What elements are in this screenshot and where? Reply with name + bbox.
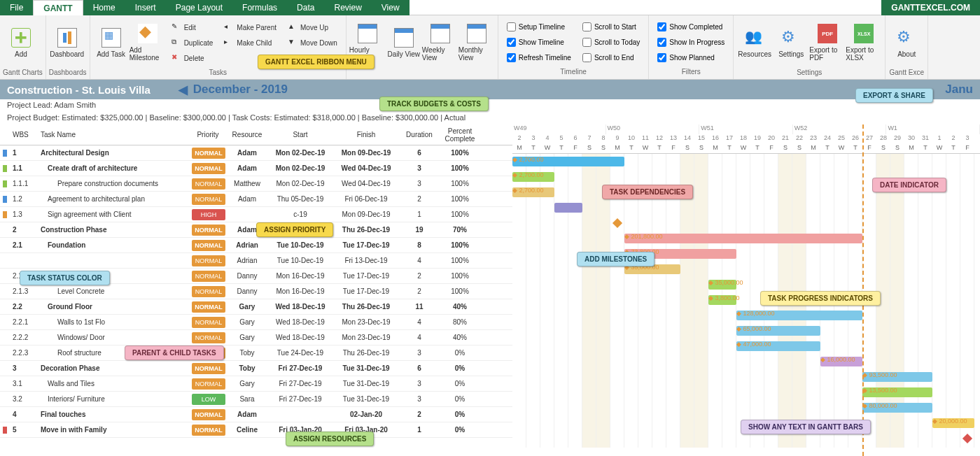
day-of-week: T: [652, 144, 666, 153]
day-number: 13: [666, 134, 680, 144]
tab-data[interactable]: Data: [287, 0, 324, 15]
add-chart-button[interactable]: Add: [3, 17, 39, 69]
table-row[interactable]: 1.1Create draft of architectureNORMALAda…: [0, 161, 512, 176]
callout-date-indicator: DATE INDICATOR: [872, 178, 946, 192]
priority-badge: NORMAL: [192, 163, 225, 174]
table-row[interactable]: NORMALAdrianTue 10-Dec-19Fri 13-Dec-1941…: [0, 253, 512, 269]
export-pdf-button[interactable]: PDFExport to PDF: [809, 17, 846, 69]
week-label: W51: [699, 124, 793, 134]
daily-view-button[interactable]: Daily View: [386, 17, 422, 69]
tab-view[interactable]: View: [372, 0, 410, 15]
group-label-tasks: Tasks: [93, 69, 343, 78]
table-row[interactable]: 3Decoration PhaseNORMALTobyFri 27-Dec-19…: [0, 361, 512, 376]
title-bar: Construction - St. Louis Villa ◀ Decembe…: [0, 80, 980, 99]
monthly-view-button[interactable]: Monthly View: [458, 17, 495, 69]
nav-prev-icon[interactable]: ◀: [178, 83, 188, 97]
tab-page-layout[interactable]: Page Layout: [166, 0, 232, 15]
down-icon: ▼: [288, 38, 298, 48]
table-row[interactable]: 2.2.3Roof structureNORMALTobyTue 24-Dec-…: [0, 345, 512, 361]
day-number: 2: [946, 134, 960, 144]
ribbon: Add Gantt Charts Dashboard Dashboards Ad…: [0, 15, 980, 80]
current-month: December - 2019: [193, 83, 288, 97]
edit-button[interactable]: ✎Edit: [169, 21, 216, 34]
table-header: WBS Task Name Priority Resource Start Fi…: [0, 124, 512, 145]
show-planned-check[interactable]: Show Planned: [654, 51, 727, 64]
tab-file[interactable]: File: [0, 0, 33, 15]
table-row[interactable]: 1.3Sign agreement with ClientHIGHc-19Mon…: [0, 207, 512, 222]
table-row[interactable]: 1Architectural DesignNORMALAdamMon 02-De…: [0, 145, 512, 161]
day-number: 1: [932, 134, 946, 144]
day-of-week: T: [722, 144, 736, 153]
gantt-bar[interactable]: [554, 203, 582, 213]
show-timeline-check[interactable]: Show Timeline: [504, 36, 574, 48]
resources-button[interactable]: 👥Resources: [736, 17, 773, 69]
day-of-week: M: [708, 144, 722, 153]
callout-task-deps: TASK DEPENDENCIES: [602, 185, 693, 199]
table-row[interactable]: 3.2Interiors/ FurnitureLOWSaraFri 27-Dec…: [0, 392, 512, 407]
scroll-today-check[interactable]: Scroll to Today: [580, 36, 643, 48]
export-xlsx-button[interactable]: XLSXExport to XLSX: [846, 17, 882, 69]
day-number: 21: [778, 134, 792, 144]
show-inprogress-check[interactable]: Show In Progress: [654, 36, 727, 48]
group-label-dashboards: Dashboards: [49, 69, 87, 78]
delete-icon: ✖: [172, 53, 181, 63]
week-label: W50: [606, 124, 700, 134]
tab-formulas[interactable]: Formulas: [232, 0, 287, 15]
weekly-view-button[interactable]: Weekly View: [422, 17, 458, 69]
tabs-row: FileGANTTHomeInsertPage LayoutFormulasDa…: [0, 0, 980, 15]
bar-value-label: ◆ 47,000.00: [736, 341, 771, 348]
table-row[interactable]: 3.1Walls and TilesNORMALGaryFri 27-Dec-1…: [0, 376, 512, 392]
scroll-end-check[interactable]: Scroll to End: [580, 51, 643, 64]
day-number: 8: [596, 134, 610, 144]
delete-button[interactable]: ✖Delete: [169, 52, 216, 64]
settings-button[interactable]: ⚙Settings: [773, 17, 809, 69]
day-number: 25: [834, 134, 848, 144]
table-row[interactable]: 1.1.1Prepare construction documentsNORMA…: [0, 176, 512, 192]
day-of-week: S: [596, 144, 610, 153]
day-number: 17: [722, 134, 736, 144]
table-row[interactable]: 4Final touchesNORMALAdam02-Jan-2020%: [0, 407, 512, 422]
priority-badge: NORMAL: [192, 240, 225, 251]
day-number: 10: [624, 134, 638, 144]
add-milestone-button[interactable]: Add Milestone: [130, 17, 166, 69]
move-up-button[interactable]: ▲Move Up: [285, 21, 340, 34]
day-of-week: T: [750, 144, 764, 153]
make-parent-button[interactable]: ◂Make Parent: [221, 21, 279, 34]
day-of-week: M: [512, 144, 526, 153]
move-down-button[interactable]: ▼Move Down: [285, 36, 340, 49]
show-completed-check[interactable]: Show Completed: [654, 21, 727, 34]
day-of-week: M: [904, 144, 918, 153]
priority-badge: NORMAL: [192, 378, 225, 390]
table-row[interactable]: 1.2Agreement to architectural planNORMAL…: [0, 192, 512, 207]
day-number: 2: [512, 134, 526, 144]
bar-value-label: ◆ 35,000.00: [708, 279, 743, 286]
day-number: 30: [904, 134, 918, 144]
status-indicator: [3, 180, 7, 187]
day-number: 9: [610, 134, 624, 144]
tab-review[interactable]: Review: [324, 0, 371, 15]
table-row[interactable]: 2.2.1Walls to 1st FloNORMALGaryWed 18-De…: [0, 315, 512, 330]
tab-home[interactable]: Home: [83, 0, 125, 15]
table-row[interactable]: 2.2.2Windows/ DoorNORMALGaryWed 18-Dec-1…: [0, 330, 512, 345]
add-task-button[interactable]: Add Task: [93, 17, 130, 69]
priority-badge: NORMAL: [192, 409, 225, 420]
date-indicator-line: [862, 124, 864, 456]
day-number: 14: [680, 134, 694, 144]
tab-gantt[interactable]: GANTT: [33, 0, 83, 15]
priority-badge: NORMAL: [192, 363, 225, 374]
make-child-button[interactable]: ▸Make Child: [221, 36, 279, 49]
setup-timeline-check[interactable]: Setup Timeline: [504, 21, 574, 34]
duplicate-button[interactable]: ⧉Duplicate: [169, 36, 216, 49]
bar-value-label: ◆ 2,700.00: [512, 171, 544, 178]
table-row[interactable]: 2.2Ground FloorNORMALGaryWed 18-Dec-19Th…: [0, 299, 512, 315]
table-row[interactable]: 2.1FoundationNORMALAdrianTue 10-Dec-19Tu…: [0, 238, 512, 253]
dashboard-button[interactable]: Dashboard: [49, 17, 85, 69]
day-number: 28: [876, 134, 890, 144]
table-row[interactable]: 2.1.3Level ConcreteNORMALDannyMon 16-Dec…: [0, 284, 512, 299]
scroll-start-check[interactable]: Scroll to Start: [580, 21, 643, 34]
refresh-timeline-check[interactable]: Refresh Timeline: [504, 51, 574, 64]
tab-insert[interactable]: Insert: [125, 0, 166, 15]
about-button[interactable]: ⚙About: [888, 17, 925, 69]
table-row[interactable]: 5Move in with FamilyNORMALCelineFri 03-J…: [0, 422, 512, 438]
next-month: Janu: [945, 83, 973, 97]
